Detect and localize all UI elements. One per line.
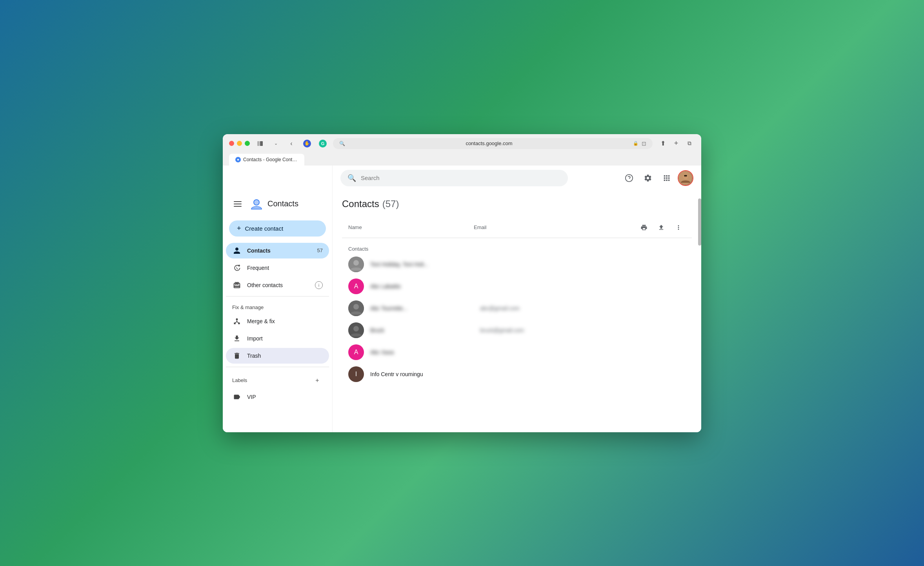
sidebar-trash-label: Trash [247, 353, 261, 359]
maximize-button[interactable] [245, 141, 250, 146]
sidebar-item-other-contacts[interactable]: Other contacts i [226, 277, 329, 293]
lock-icon: 🔒 [633, 141, 638, 146]
contact-name: Abc Labatito [370, 283, 480, 289]
add-label-button[interactable]: + [312, 375, 323, 386]
contacts-section-subheader: Contacts [342, 241, 692, 253]
labels-section-title: Labels [232, 377, 312, 383]
user-avatar [678, 171, 693, 185]
contact-row[interactable]: A Abc Xaxa [342, 341, 692, 363]
header-actions [621, 170, 693, 186]
tab-button[interactable]: ⌄ [270, 138, 281, 149]
sidebar-divider-2 [226, 367, 329, 367]
close-button[interactable] [229, 141, 234, 146]
history-icon [232, 264, 242, 272]
svg-point-18 [353, 326, 359, 331]
cast-icon: ⊡ [642, 140, 646, 147]
app-content: Contacts + Create contact Contacts 57 [223, 166, 701, 432]
search-icon: 🔍 [339, 141, 345, 146]
minimize-button[interactable] [237, 141, 242, 146]
back-button[interactable]: ‹ [286, 138, 297, 149]
contact-name: Toni Holiday, Toni Holi... [370, 261, 480, 268]
traffic-lights [229, 141, 250, 146]
avatar-letter: A [354, 349, 358, 356]
share-button[interactable]: ⬆ [657, 138, 668, 149]
sidebar-item-merge-fix[interactable]: Merge & fix [226, 313, 329, 329]
contacts-body: Contacts (57) Name Email [333, 191, 701, 432]
svg-rect-1 [260, 141, 263, 146]
info-icon[interactable]: i [315, 281, 323, 289]
contact-email: abc@gmail.com [480, 305, 686, 311]
contacts-app-icon [249, 197, 264, 211]
sidebar-item-frequent[interactable]: Frequent [226, 260, 329, 276]
column-name-header: Name [348, 224, 474, 230]
tabs-button[interactable]: ⧉ [684, 138, 695, 149]
browser-tab-bar: ● Contacts - Google Contacts [229, 152, 695, 166]
contacts-badge: 57 [317, 248, 323, 253]
sidebar-item-contacts[interactable]: Contacts 57 [226, 243, 329, 258]
svg-rect-4 [234, 206, 242, 207]
contact-avatar: A [348, 278, 364, 294]
sidebar-item-trash[interactable]: Trash [226, 348, 329, 364]
avatar-letter: A [354, 283, 358, 290]
user-avatar-button[interactable] [678, 170, 693, 186]
more-options-button[interactable] [671, 220, 686, 235]
contact-name: Abc Tourrette... [370, 305, 480, 311]
create-contact-button[interactable]: + Create contact [229, 220, 326, 237]
main-header: 🔍 [333, 166, 701, 191]
contacts-count: (57) [382, 198, 399, 209]
settings-button[interactable] [640, 170, 656, 186]
inbox-icon [232, 281, 242, 289]
contacts-title-text: Contacts [342, 198, 379, 209]
search-box[interactable]: 🔍 [340, 170, 568, 186]
contact-row[interactable]: I Info Centr v roumingu [342, 363, 692, 385]
svg-rect-3 [234, 204, 242, 204]
browser-top-bar: ⌄ ‹ ✋ G 🔍 contacts.google.com 🔒 ⊡ ⬆ + ⧉ [229, 138, 695, 149]
scrollbar-thumb[interactable] [698, 198, 701, 246]
export-button[interactable] [654, 220, 668, 235]
merge-icon [232, 317, 242, 325]
contact-avatar: A [348, 344, 364, 360]
create-contact-plus-icon: + [237, 224, 241, 233]
svg-rect-12 [684, 175, 687, 177]
label-icon [232, 393, 242, 401]
sidebar-divider-1 [226, 296, 329, 297]
browser-chrome: ⌄ ‹ ✋ G 🔍 contacts.google.com 🔒 ⊡ ⬆ + ⧉ [223, 134, 701, 166]
new-tab-button[interactable]: + [671, 138, 682, 149]
sidebar-contacts-label: Contacts [247, 248, 271, 254]
labels-header: Labels + [226, 370, 329, 388]
contacts-page-title: Contacts (57) [342, 198, 692, 209]
url-text: contacts.google.com [348, 140, 630, 146]
search-input[interactable] [361, 175, 561, 181]
sidebar: Contacts + Create contact Contacts 57 [223, 166, 333, 432]
address-bar[interactable]: 🔍 contacts.google.com 🔒 ⊡ [333, 138, 653, 149]
svg-point-6 [254, 200, 259, 205]
contact-row[interactable]: Toni Holiday, Toni Holi... [342, 253, 692, 275]
apps-button[interactable] [659, 170, 675, 186]
sidebar-other-contacts-label: Other contacts [247, 282, 283, 288]
sidebar-toggle-button[interactable] [255, 138, 266, 149]
fix-manage-section-label: Fix & manage [226, 300, 329, 312]
help-button[interactable] [621, 170, 637, 186]
scrollbar-track[interactable] [698, 191, 701, 432]
contact-row[interactable]: Abc Tourrette... abc@gmail.com [342, 297, 692, 319]
table-actions [637, 220, 686, 235]
svg-point-14 [353, 260, 359, 266]
active-tab[interactable]: ● Contacts - Google Contacts [229, 154, 304, 166]
contact-row[interactable]: Bruck bruck@gmail.com [342, 319, 692, 341]
main-content: 🔍 [333, 166, 701, 432]
hamburger-menu-button[interactable] [231, 197, 245, 211]
contact-name: Abc Xaxa [370, 349, 480, 355]
contacts-table-header: Name Email [342, 217, 692, 238]
contact-avatar: I [348, 366, 364, 382]
person-icon [232, 247, 242, 255]
browser-actions: ⬆ + ⧉ [657, 138, 695, 149]
contact-row[interactable]: A Abc Labatito [342, 275, 692, 297]
grammarly-button[interactable]: G [317, 138, 328, 149]
extension-button[interactable]: ✋ [302, 138, 313, 149]
import-icon [232, 335, 242, 342]
contact-avatar [348, 300, 364, 316]
sidebar-item-import[interactable]: Import [226, 331, 329, 346]
sidebar-item-vip[interactable]: VIP [226, 389, 329, 405]
print-button[interactable] [637, 220, 651, 235]
svg-rect-0 [257, 141, 260, 146]
